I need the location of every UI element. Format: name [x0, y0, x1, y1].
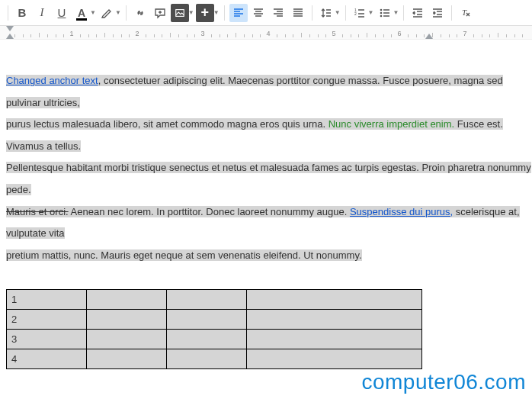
insert-image-button[interactable]	[171, 4, 189, 22]
highlight-button[interactable]	[98, 4, 116, 22]
table-cell[interactable]	[247, 290, 422, 310]
table-cell[interactable]	[87, 349, 167, 369]
table-cell[interactable]	[167, 310, 247, 330]
table-cell[interactable]: 2	[7, 310, 87, 330]
right-indent-marker[interactable]	[425, 33, 433, 39]
toolbar-divider	[224, 5, 225, 21]
table-cell[interactable]	[167, 349, 247, 369]
strikethrough-text: Mauris et orci.	[6, 206, 69, 217]
table-cell[interactable]	[87, 330, 167, 349]
document-table-container: 1234	[6, 289, 532, 369]
formatting-toolbar: B I U A ▼ ▼ ▼ + ▼ ▼ 12 ▼ ▼	[0, 0, 532, 26]
align-right-button[interactable]	[269, 4, 287, 22]
numbered-list-button[interactable]: 12	[351, 4, 369, 22]
insert-link-button[interactable]	[131, 4, 149, 22]
table-cell[interactable]	[247, 330, 422, 349]
paragraph[interactable]: Changed anchor text, consectetuer adipis…	[6, 70, 532, 266]
anchor-link-1[interactable]: Changed anchor text	[6, 75, 98, 86]
colored-text: Nunc viverra imperdiet enim.	[328, 118, 454, 130]
text-segment: purus lectus malesuada libero, sit amet …	[6, 118, 328, 130]
svg-point-4	[380, 11, 382, 14]
table-cell[interactable]: 1	[7, 290, 87, 310]
svg-point-5	[380, 14, 382, 17]
svg-marker-9	[425, 34, 433, 39]
font-color-dropdown-icon[interactable]: ▼	[90, 9, 96, 16]
left-indent-marker[interactable]	[6, 33, 14, 39]
bulleted-list-button[interactable]	[376, 4, 394, 22]
decrease-indent-button[interactable]	[409, 4, 427, 22]
watermark-text: computer06.com	[361, 370, 526, 394]
table-cell[interactable]	[167, 330, 247, 349]
toolbar-divider	[312, 5, 312, 21]
increase-indent-button[interactable]	[428, 4, 447, 22]
document-table[interactable]: 1234	[6, 289, 422, 369]
toolbar-divider	[345, 5, 346, 21]
svg-point-3	[380, 8, 382, 11]
bulleted-list-dropdown-icon[interactable]: ▼	[393, 9, 399, 16]
table-cell[interactable]	[247, 349, 422, 369]
underline-button[interactable]: U	[53, 4, 71, 22]
align-center-button[interactable]	[249, 4, 268, 22]
insert-dropdown-icon[interactable]: ▼	[213, 9, 220, 16]
line-spacing-button[interactable]	[317, 4, 335, 22]
table-cell[interactable]: 3	[7, 330, 87, 349]
svg-text:2: 2	[354, 11, 357, 16]
table-row[interactable]: 3	[7, 330, 422, 349]
table-cell[interactable]	[167, 290, 247, 310]
image-dropdown-icon[interactable]: ▼	[188, 9, 194, 16]
highlight-dropdown-icon[interactable]: ▼	[115, 9, 121, 16]
text-segment: Pellentesque habitant morbi tristique se…	[6, 162, 531, 195]
svg-marker-7	[6, 26, 14, 31]
toolbar-divider	[8, 5, 8, 21]
anchor-link-2[interactable]: Suspendisse dui purus,	[350, 206, 453, 217]
table-row[interactable]: 1	[7, 290, 422, 310]
text-segment: Aenean nec lorem. In porttitor. Donec la…	[69, 206, 350, 217]
document-content[interactable]: Changed anchor text, consectetuer adipis…	[0, 40, 532, 369]
toolbar-divider	[451, 5, 452, 21]
align-justify-button[interactable]	[289, 4, 307, 22]
toolbar-divider	[126, 5, 127, 21]
clear-formatting-button[interactable]: T	[457, 4, 475, 22]
add-comment-button[interactable]	[151, 4, 169, 22]
bold-button[interactable]: B	[13, 4, 31, 22]
svg-rect-0	[176, 9, 184, 16]
line-spacing-dropdown-icon[interactable]: ▼	[335, 9, 341, 16]
text-segment: pretium mattis, nunc. Mauris eget neque …	[6, 249, 362, 261]
table-row[interactable]: 4	[7, 349, 422, 369]
table-cell[interactable]	[87, 310, 167, 330]
toolbar-divider	[403, 5, 404, 21]
table-row[interactable]: 2	[7, 310, 422, 330]
italic-button[interactable]: I	[33, 4, 51, 22]
table-cell[interactable]	[87, 290, 167, 310]
font-color-button[interactable]: A	[72, 4, 91, 22]
insert-more-button[interactable]: +	[196, 4, 214, 22]
numbered-list-dropdown-icon[interactable]: ▼	[368, 9, 374, 16]
align-left-button[interactable]	[229, 4, 248, 22]
svg-marker-8	[6, 34, 14, 39]
table-cell[interactable]: 4	[7, 349, 87, 369]
horizontal-ruler[interactable]: 1234567	[0, 26, 532, 40]
first-line-indent-marker[interactable]	[6, 26, 14, 32]
table-cell[interactable]	[247, 310, 422, 330]
